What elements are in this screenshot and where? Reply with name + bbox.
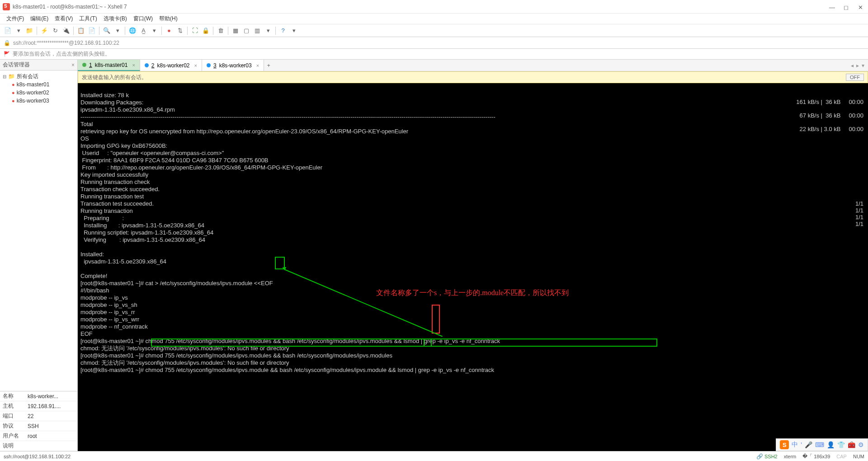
prop-value: 192.168.91.... (25, 401, 77, 411)
status-ssh: 🔗SSH2 (756, 453, 778, 460)
toolbar: 📄 ▾ 📁 ⚡ ↻ 🔌 📋 📄 🔍 ▾ 🌐 A̲ ▾ ● ⇅ ⛶ 🔒 🗑 ▦ ▢… (0, 24, 868, 37)
session-label: k8s-master01 (17, 81, 50, 88)
menu-file[interactable]: 文件(F) (4, 14, 27, 24)
status-size: �「186x39 (802, 453, 830, 460)
prop-key: 名称 (0, 391, 25, 401)
terminal-right: 67 kB/s | 36 kB 00:00 (798, 112, 863, 119)
prop-row: 说明 (0, 441, 77, 451)
dropdown-icon[interactable]: 📁 (24, 26, 34, 36)
session-manager-sidebar: 会话管理器 × ⊟ 📁 所有会话 ● k8s-master01 ● k8s-wo… (0, 60, 78, 451)
tab-worker03[interactable]: 3 k8s-worker03 × (202, 60, 264, 71)
disconnect-icon[interactable]: 🔌 (61, 26, 71, 36)
tile-icon[interactable]: ▦ (231, 26, 241, 36)
new-session-icon[interactable]: 📄 (3, 26, 13, 36)
dropdown-icon[interactable]: ▾ (113, 26, 123, 36)
tab-close-icon[interactable]: × (132, 62, 135, 68)
menu-view[interactable]: 查看(V) (52, 14, 75, 24)
tab-close-icon[interactable]: × (194, 63, 197, 68)
tab-next-icon[interactable]: ▸ (856, 62, 859, 69)
minimize-icon[interactable]: — (829, 4, 835, 9)
separator (213, 27, 213, 35)
terminal-right: 1/1 (855, 207, 863, 214)
session-icon: ● (12, 98, 15, 103)
prop-key: 协议 (0, 421, 25, 431)
paste-icon[interactable]: 📄 (87, 26, 97, 36)
maximize-icon[interactable]: ◻ (844, 4, 849, 9)
ime-lang[interactable]: 中 (792, 441, 798, 449)
gear-icon[interactable]: ⚙ (858, 441, 864, 448)
sendbar-toggle-button[interactable]: OFF (846, 74, 864, 81)
search-icon[interactable]: 🔍 (102, 26, 112, 36)
status-dot-icon (145, 63, 149, 67)
transfer-icon[interactable]: ⇅ (175, 26, 185, 36)
menu-tools[interactable]: 工具(T) (76, 14, 99, 24)
close-icon[interactable]: ✕ (858, 4, 863, 9)
menu-window[interactable]: 窗口(W) (131, 14, 156, 24)
menu-help[interactable]: 帮助(H) (156, 14, 180, 24)
tab-add-button[interactable]: + (264, 60, 273, 71)
dropdown-icon[interactable]: ▾ (149, 26, 159, 36)
prop-row: 名称k8s-worker... (0, 391, 77, 401)
session-tree: ⊟ 📁 所有会话 ● k8s-master01 ● k8s-worker02 ●… (0, 71, 77, 107)
prop-value: SSH (25, 421, 77, 431)
tab-worker02[interactable]: 2 k8s-worker02 × (140, 60, 202, 71)
main-row: 会话管理器 × ⊟ 📁 所有会话 ● k8s-master01 ● k8s-wo… (0, 60, 868, 451)
statusbar: ssh://root@192.168.91.100:22 🔗SSH2 xterm… (0, 451, 868, 461)
tree-session[interactable]: ● k8s-worker03 (1, 97, 76, 105)
font-icon[interactable]: A̲ (138, 26, 148, 36)
status-dot-icon (82, 63, 86, 67)
keyboard-icon[interactable]: ⌨ (815, 441, 824, 448)
ime-toolbar[interactable]: S 中 ' 🎤 ⌨ 👤 👕 🧰 ⚙ (776, 438, 868, 451)
open-icon[interactable]: ▾ (14, 26, 24, 36)
session-icon: ● (12, 82, 15, 87)
menu-tabs[interactable]: 选项卡(B) (101, 14, 130, 24)
annotation-box-green (151, 339, 657, 347)
tree-session[interactable]: ● k8s-master01 (1, 80, 76, 89)
fullscreen-icon[interactable]: ⛶ (190, 26, 200, 36)
tab-number: 1 (89, 62, 92, 68)
layout-icon[interactable]: ▥ (252, 26, 262, 36)
tabbar: 1 k8s-master01 × 2 k8s-worker02 × 3 k8s-… (78, 60, 868, 71)
hintbar: 🚩 要添加当前会话，点击左侧的箭头按钮。 (0, 49, 868, 60)
separator (228, 27, 228, 35)
separator (161, 27, 162, 35)
skin-icon[interactable]: 👕 (837, 441, 845, 448)
address-text[interactable]: ssh://root:***************@192.168.91.10… (13, 40, 119, 46)
tab-prev-icon[interactable]: ◂ (851, 62, 854, 69)
reconnect-icon[interactable]: ↻ (50, 26, 60, 36)
connect-icon[interactable]: ⚡ (39, 26, 49, 36)
record-icon[interactable]: ● (164, 26, 174, 36)
terminal-right: 22 kB/s | 3.0 kB 00:00 (798, 126, 863, 132)
help-icon[interactable]: ? (278, 26, 288, 36)
ime-punct[interactable]: ' (801, 441, 802, 448)
user-icon[interactable]: 👤 (827, 441, 835, 448)
sidebar-close-icon[interactable]: × (71, 62, 75, 68)
lock-icon[interactable]: 🔒 (201, 26, 211, 36)
trash-icon[interactable]: 🗑 (216, 26, 226, 36)
tree-root[interactable]: ⊟ 📁 所有会话 (1, 72, 76, 80)
tab-close-icon[interactable]: × (256, 63, 259, 68)
menubar: 文件(F) 编辑(E) 查看(V) 工具(T) 选项卡(B) 窗口(W) 帮助(… (0, 14, 868, 24)
separator (187, 27, 188, 35)
tab-master01[interactable]: 1 k8s-master01 × (78, 60, 140, 71)
tree-session[interactable]: ● k8s-worker02 (1, 89, 76, 97)
globe-icon[interactable]: 🌐 (127, 26, 137, 36)
menu-edit[interactable]: 编辑(E) (28, 14, 51, 24)
session-label: k8s-worker02 (17, 89, 49, 96)
copy-icon[interactable]: 📋 (76, 26, 86, 36)
mic-icon[interactable]: 🎤 (805, 441, 812, 448)
toolbox-icon[interactable]: 🧰 (848, 441, 855, 448)
tab-list-icon[interactable]: ▾ (862, 62, 864, 69)
status-dot-icon (207, 63, 211, 67)
terminal[interactable]: Installed size: 78 k Downloading Package… (78, 83, 868, 451)
prop-value (25, 441, 77, 451)
annotation-arrow (284, 269, 443, 337)
cascade-icon[interactable]: ▢ (241, 26, 251, 36)
prop-row: 主机192.168.91.... (0, 401, 77, 411)
dropdown-icon[interactable]: ▾ (263, 26, 273, 36)
tab-label: k8s-worker02 (157, 62, 190, 69)
sogou-logo-icon[interactable]: S (780, 440, 789, 449)
collapse-icon[interactable]: ⊟ (3, 74, 8, 79)
dropdown-icon[interactable]: ▾ (289, 26, 299, 36)
window-controls: — ◻ ✕ (829, 4, 863, 9)
